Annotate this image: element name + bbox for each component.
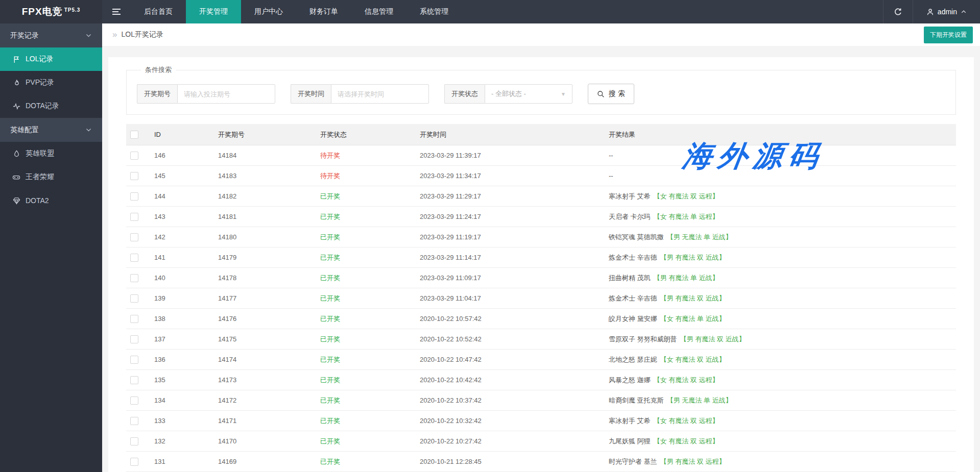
nav-item-开奖管理[interactable]: 开奖管理 <box>186 0 241 23</box>
cell-time: 2023-03-29 11:34:17 <box>420 172 609 180</box>
table-row: 14514183待开奖2023-03-29 11:34:17-- <box>126 166 956 186</box>
row-checkbox[interactable] <box>130 274 138 282</box>
sidebar-group-label: 英雄配置 <box>10 126 85 135</box>
cell-time: 2020-10-22 10:37:42 <box>420 396 609 404</box>
cell-result: 皎月女神 黛安娜【女 有魔法 单 近战】 <box>609 314 956 324</box>
result-hero: 皎月女神 黛安娜 <box>609 315 657 322</box>
hamburger-icon[interactable] <box>102 0 131 23</box>
sidebar-item-王者荣耀[interactable]: 王者荣耀 <box>0 165 102 189</box>
row-checkbox[interactable] <box>130 213 138 221</box>
result-attrs: 【男 有魔法 双 近战】 <box>660 254 726 261</box>
ink-drop-icon <box>12 150 20 158</box>
user-menu[interactable]: admin <box>913 0 980 23</box>
table-row: 13814176已开奖2020-10-22 10:57:42皎月女神 黛安娜【女… <box>126 309 956 329</box>
cell-result: 寒冰射手 艾希【女 有魔法 双 远程】 <box>609 416 956 426</box>
cell-period: 14169 <box>218 458 320 465</box>
row-checkbox[interactable] <box>130 254 138 262</box>
cell-period: 14175 <box>218 335 320 343</box>
nav-item-后台首页[interactable]: 后台首页 <box>131 0 186 23</box>
topbar-right: admin <box>883 0 980 23</box>
cell-period: 14179 <box>218 254 320 261</box>
cell-time: 2023-03-29 11:09:17 <box>420 274 609 282</box>
next-draw-settings-button[interactable]: 下期开奖设置 <box>924 27 973 43</box>
row-checkbox[interactable] <box>130 294 138 303</box>
row-checkbox[interactable] <box>130 192 138 201</box>
period-input[interactable] <box>177 84 275 104</box>
cell-status: 已开奖 <box>320 253 420 262</box>
search-icon <box>597 90 605 98</box>
row-checkbox[interactable] <box>130 233 138 241</box>
draw-time-input[interactable] <box>331 84 429 104</box>
cell-period: 14176 <box>218 315 320 322</box>
chevron-down-icon <box>85 127 92 133</box>
table-row: 13614174已开奖2020-10-22 10:47:42北地之怒 瑟庄妮【女… <box>126 350 956 370</box>
row-checkbox[interactable] <box>130 315 138 323</box>
table-row: 13514173已开奖2020-10-22 10:42:42风暴之怒 迦娜【女 … <box>126 370 956 390</box>
result-hero: 寒冰射手 艾希 <box>609 192 651 200</box>
cell-time: 2020-10-22 10:27:42 <box>420 437 609 445</box>
cell-result: -- <box>609 152 956 159</box>
col-header-result: 开奖结果 <box>609 130 956 139</box>
sidebar-item-英雄联盟[interactable]: 英雄联盟 <box>0 142 102 165</box>
cell-time: 2020-10-22 10:47:42 <box>420 356 609 363</box>
sidebar-item-label: DOTA记录 <box>26 102 59 111</box>
table-row: 14214180已开奖2023-03-29 11:19:17铁铠冥魂 莫德凯撒【… <box>126 227 956 247</box>
cell-period: 14174 <box>218 356 320 363</box>
row-checkbox[interactable] <box>130 356 138 364</box>
nav-item-系统管理[interactable]: 系统管理 <box>407 0 462 23</box>
time-field-group: 开奖时间 <box>291 84 429 104</box>
row-checkbox[interactable] <box>130 417 138 425</box>
cell-result: 铁铠冥魂 莫德凯撒【男 无魔法 单 近战】 <box>609 233 956 242</box>
col-header-id: ID <box>154 131 218 138</box>
cell-id: 135 <box>154 376 218 384</box>
cell-status: 已开奖 <box>320 437 420 446</box>
refresh-icon[interactable] <box>883 0 913 23</box>
cell-time: 2023-03-29 11:14:17 <box>420 254 609 261</box>
result-hero: 暗裔剑魔 亚托克斯 <box>609 396 664 404</box>
table-row: 14614184待开奖2023-03-29 11:39:17-- <box>126 145 956 166</box>
sidebar-item-label: 英雄联盟 <box>26 149 54 158</box>
breadcrumb-marker-icon: » <box>112 30 117 40</box>
row-checkbox[interactable] <box>130 437 138 445</box>
nav-item-信息管理[interactable]: 信息管理 <box>351 0 407 23</box>
sidebar-group-开奖记录[interactable]: 开奖记录 <box>0 23 102 47</box>
result-attrs: 【男 有魔法 双 近战】 <box>680 335 746 343</box>
cell-result: 九尾妖狐 阿狸【女 有魔法 双 远程】 <box>609 437 956 446</box>
gem-icon <box>12 197 20 205</box>
row-checkbox[interactable] <box>130 376 138 384</box>
row-checkbox[interactable] <box>130 458 138 466</box>
result-hero: 扭曲树精 茂凯 <box>609 274 651 282</box>
status-select[interactable]: - 全部状态 - ▼ <box>485 84 572 104</box>
nav-item-财务订单[interactable]: 财务订单 <box>296 0 351 23</box>
sidebar-item-PVP记录[interactable]: PVP记录 <box>0 71 102 94</box>
top-nav: 后台首页开奖管理用户中心财务订单信息管理系统管理 <box>131 0 462 23</box>
sidebar-item-LOL记录[interactable]: LOL记录 <box>0 47 102 71</box>
nav-item-用户中心[interactable]: 用户中心 <box>241 0 296 23</box>
result-hero: 北地之怒 瑟庄妮 <box>609 356 657 363</box>
row-checkbox[interactable] <box>130 172 138 180</box>
cell-time: 2020-10-21 12:28:45 <box>420 458 609 465</box>
cell-id: 132 <box>154 437 218 445</box>
gamepad-icon <box>12 173 20 181</box>
result-hero: 雪原双子 努努和威朗普 <box>609 335 677 343</box>
result-hero: 炼金术士 辛吉德 <box>609 254 657 261</box>
table-row: 14014178已开奖2023-03-29 11:09:17扭曲树精 茂凯【男 … <box>126 268 956 288</box>
select-all-checkbox[interactable] <box>130 131 138 139</box>
result-hero: -- <box>609 152 613 159</box>
row-checkbox[interactable] <box>130 335 138 343</box>
sidebar-group-英雄配置[interactable]: 英雄配置 <box>0 118 102 142</box>
app-logo: FPX电竞TP5.3 <box>0 0 102 23</box>
cell-status: 已开奖 <box>320 335 420 344</box>
table-body: 14614184待开奖2023-03-29 11:39:17--14514183… <box>126 145 956 472</box>
row-checkbox[interactable] <box>130 396 138 405</box>
result-hero: 时光守护者 基兰 <box>609 458 657 465</box>
row-checkbox[interactable] <box>130 152 138 160</box>
result-attrs: 【女 有魔法 双 远程】 <box>654 437 719 445</box>
cell-status: 已开奖 <box>320 416 420 426</box>
search-button[interactable]: 搜 索 <box>588 84 634 104</box>
result-hero: 风暴之怒 迦娜 <box>609 376 651 384</box>
sidebar-item-DOTA记录[interactable]: DOTA记录 <box>0 94 102 118</box>
sidebar-item-DOTA2[interactable]: DOTA2 <box>0 189 102 212</box>
cell-result: 扭曲树精 茂凯【男 有魔法 单 近战】 <box>609 274 956 283</box>
cell-status: 已开奖 <box>320 294 420 303</box>
